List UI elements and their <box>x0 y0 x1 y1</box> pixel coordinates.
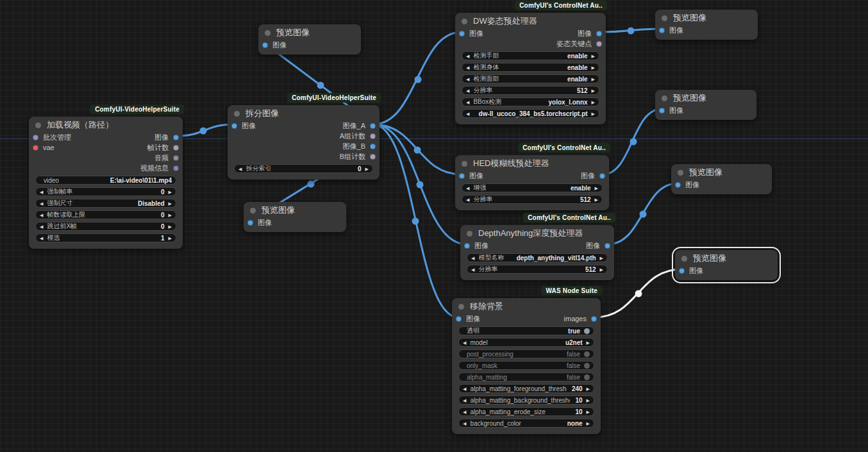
toggle-knob[interactable] <box>584 363 590 369</box>
widget-强制帧率[interactable]: ◀强制帧率0▶ <box>35 187 176 196</box>
link-midpoint-dot-7[interactable] <box>628 28 635 35</box>
input-dot[interactable] <box>262 42 268 48</box>
input-slot-图像[interactable]: 图像 <box>231 121 256 131</box>
input-slot-批次管理[interactable]: 批次管理 <box>33 132 71 142</box>
decrement-arrow-icon[interactable]: ◀ <box>463 387 466 391</box>
output-slot-图像[interactable]: 图像 <box>578 28 602 38</box>
node-split-images[interactable]: ComfyUI-VideoHelperSuite拆分图像图像图像_AA组计数图像… <box>228 105 380 180</box>
increment-arrow-icon[interactable]: ▶ <box>587 410 590 414</box>
node-preview-image-5[interactable]: 预览图像图像 <box>671 164 772 194</box>
output-dot[interactable] <box>173 165 179 171</box>
output-slot-图像[interactable]: 图像 <box>586 240 610 251</box>
decrement-arrow-icon[interactable]: ◀ <box>40 236 43 240</box>
output-dot[interactable] <box>591 316 597 322</box>
widget-BBox检测[interactable]: ◀BBox检测yolox_l.onnx▶ <box>462 97 599 106</box>
output-dot[interactable] <box>173 135 179 140</box>
toggle-knob[interactable] <box>584 374 590 380</box>
widget-检测手部[interactable]: ◀检测手部enable▶ <box>462 51 599 60</box>
node-graph-canvas[interactable]: ComfyUI-VideoHelperSuite加载视频（路径）批次管理图像va… <box>0 0 868 452</box>
increment-arrow-icon[interactable]: ▶ <box>169 201 172 206</box>
input-slot-图像[interactable]: 图像 <box>675 180 699 190</box>
node-preview-image-4[interactable]: 预览图像图像 <box>655 90 756 120</box>
input-dot[interactable] <box>659 28 665 33</box>
decrement-arrow-icon[interactable]: ◀ <box>40 224 43 229</box>
output-slot-视频信息[interactable]: 视频信息 <box>140 163 179 173</box>
decrement-arrow-icon[interactable]: ◀ <box>466 88 469 93</box>
output-slot-图像[interactable]: 图像 <box>154 132 179 142</box>
decrement-arrow-icon[interactable]: ◀ <box>466 100 469 105</box>
input-dot[interactable] <box>456 316 462 322</box>
widget-分辨率[interactable]: ◀分辨率512▶ <box>462 86 599 95</box>
increment-arrow-icon[interactable]: ▶ <box>587 398 590 403</box>
toggle-knob[interactable] <box>584 328 590 334</box>
widget-分辨率[interactable]: ◀分辨率512▶ <box>462 195 603 204</box>
increment-arrow-icon[interactable]: ▶ <box>587 421 590 426</box>
output-slot-帧计数[interactable]: 帧计数 <box>147 142 179 153</box>
increment-arrow-icon[interactable]: ▶ <box>365 167 369 171</box>
output-slot-images[interactable]: images <box>564 314 597 324</box>
node-hed-lines-preprocessor[interactable]: ComfyUI's ControlNet Au..HED模糊线预处理器图像图像◀… <box>455 155 609 210</box>
output-slot-音频[interactable]: 音频 <box>154 153 179 163</box>
node-load-video[interactable]: ComfyUI-VideoHelperSuite加载视频（路径）批次管理图像va… <box>29 117 183 249</box>
decrement-arrow-icon[interactable]: ◀ <box>40 213 43 217</box>
widget-background_color[interactable]: ◀background_colornone▶ <box>458 419 594 428</box>
widget-姿态预估[interactable]: ◀姿态预估dw-ll_ucoco_384_bs5.torchscript.pt▶ <box>462 109 599 118</box>
widget-增强[interactable]: ◀增强enable▶ <box>462 183 603 192</box>
input-dot[interactable] <box>464 243 470 249</box>
increment-arrow-icon[interactable]: ▶ <box>169 224 172 229</box>
increment-arrow-icon[interactable]: ▶ <box>592 100 595 105</box>
output-dot[interactable] <box>370 144 376 149</box>
collapse-dot-icon[interactable] <box>462 161 467 167</box>
collapse-dot-icon[interactable] <box>662 15 667 21</box>
link-midpoint-dot-5[interactable] <box>412 218 419 225</box>
output-slot-图像[interactable]: 图像 <box>581 171 605 181</box>
increment-arrow-icon[interactable]: ▶ <box>595 186 598 190</box>
increment-arrow-icon[interactable]: ▶ <box>592 88 595 93</box>
link-midpoint-dot-2[interactable] <box>415 76 422 83</box>
toggle-knob[interactable] <box>584 351 590 357</box>
output-dot[interactable] <box>605 243 610 249</box>
decrement-arrow-icon[interactable]: ◀ <box>466 54 469 58</box>
decrement-arrow-icon[interactable]: ◀ <box>471 267 474 272</box>
node-preview-image-2[interactable]: 预览图像图像 <box>244 202 346 232</box>
widget-model[interactable]: ◀modelu2net▶ <box>458 338 594 347</box>
input-slot-图像[interactable]: 图像 <box>659 105 683 115</box>
collapse-dot-icon[interactable] <box>462 19 467 24</box>
increment-arrow-icon[interactable]: ▶ <box>600 256 603 260</box>
output-slot-图像_B[interactable]: 图像_B <box>343 141 376 151</box>
decrement-arrow-icon[interactable]: ◀ <box>463 398 466 403</box>
output-slot-B组计数[interactable]: B组计数 <box>340 151 376 162</box>
collapse-dot-icon[interactable] <box>681 256 687 262</box>
input-dot[interactable] <box>247 220 253 226</box>
output-dot[interactable] <box>596 41 602 47</box>
input-slot-图像[interactable]: 图像 <box>679 265 703 276</box>
collapse-dot-icon[interactable] <box>35 122 41 128</box>
node-preview-image-6[interactable]: 预览图像图像 <box>675 250 778 280</box>
increment-arrow-icon[interactable]: ▶ <box>592 112 595 116</box>
collapse-dot-icon[interactable] <box>250 208 256 213</box>
input-slot-图像[interactable]: 图像 <box>459 28 483 38</box>
link-midpoint-dot-8[interactable] <box>630 138 637 146</box>
input-dot[interactable] <box>231 123 237 129</box>
widget-分辨率[interactable]: ◀分辨率512▶ <box>467 265 608 274</box>
link-midpoint-dot-1[interactable] <box>317 82 324 89</box>
collapse-dot-icon[interactable] <box>678 170 683 176</box>
output-dot[interactable] <box>173 155 179 161</box>
widget-检测身体[interactable]: ◀检测身体enable▶ <box>462 63 599 72</box>
link-midpoint-dot-10[interactable] <box>635 290 642 297</box>
collapse-dot-icon[interactable] <box>467 231 472 237</box>
output-dot[interactable] <box>599 173 605 179</box>
widget-拆分索引[interactable]: ◀拆分索引0▶ <box>234 164 373 173</box>
increment-arrow-icon[interactable]: ▶ <box>592 65 595 70</box>
input-slot-图像[interactable]: 图像 <box>659 25 683 35</box>
decrement-arrow-icon[interactable]: ◀ <box>466 65 469 70</box>
decrement-arrow-icon[interactable]: ◀ <box>466 112 469 116</box>
decrement-arrow-icon[interactable]: ◀ <box>466 197 469 202</box>
node-depth-anything-preprocessor[interactable]: ComfyUI's ControlNet Au..DepthAnything深度… <box>460 225 614 280</box>
input-dot[interactable] <box>459 31 465 37</box>
collapse-dot-icon[interactable] <box>662 96 667 101</box>
widget-透明[interactable]: 透明true <box>458 326 594 335</box>
output-dot[interactable] <box>370 133 376 139</box>
increment-arrow-icon[interactable]: ▶ <box>169 190 172 194</box>
increment-arrow-icon[interactable]: ▶ <box>169 236 172 240</box>
